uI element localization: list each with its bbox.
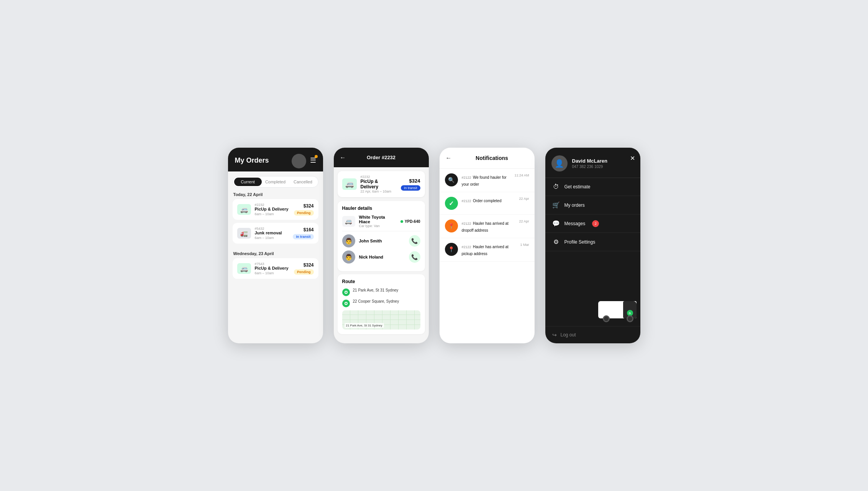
notification-text: #2122 We found hauler for your order — [462, 173, 511, 187]
order-vehicle-icon: 🚛 — [237, 228, 251, 239]
notifications-header: ← Notifications — [440, 148, 535, 169]
driver-row[interactable]: 👨 John Smith 📞 — [342, 234, 420, 247]
notification-time: 1 Mar — [520, 243, 529, 247]
hauler-details-section: Hauler details 🚐 White Toyota Hiace Car … — [338, 201, 425, 271]
my-orders-title: My Orders — [235, 157, 269, 165]
route-section-title: Route — [342, 279, 420, 284]
order-time: 6am – 10am — [255, 212, 290, 216]
screen-my-orders: My Orders ☰ Current Completed Cancelled … — [228, 148, 323, 343]
order-item[interactable]: 🚛 #5432 Junk removal 6am – 10am $164 In … — [233, 223, 318, 244]
driver-avatar: 👨 — [342, 234, 355, 247]
profile-header: 👤 David McLaren 047 382 236 1029 ✕ — [545, 148, 640, 178]
order-item[interactable]: 🚐 #2232 PicUp & Delivery 6am – 10am $324… — [233, 199, 318, 220]
messages-badge: 2 — [592, 220, 599, 227]
menu-item-label: Messages — [564, 221, 586, 226]
menu-item-get-estimate[interactable]: ⏱ Get estimate — [545, 178, 640, 196]
user-info: David McLaren 047 382 236 1029 — [572, 158, 634, 169]
close-button[interactable]: ✕ — [630, 155, 635, 162]
notification-message: Order completed — [473, 199, 501, 203]
notification-item[interactable]: ✓ #2122 Order completed 22 Apr — [440, 192, 535, 215]
order-vehicle-icon: 🚐 — [342, 178, 357, 190]
order-name: PicUp & Delivery — [361, 179, 397, 189]
order-vehicle-icon: 🚐 — [237, 204, 251, 215]
truck-graphic: G — [598, 297, 637, 322]
driver-avatar: 👨 — [342, 250, 355, 264]
order-price-section: $324 Pending — [294, 262, 314, 275]
tab-cancelled[interactable]: Cancelled — [289, 178, 317, 186]
order-number: #7543 — [255, 262, 290, 266]
back-button[interactable]: ← — [446, 155, 452, 161]
menu-item-label: My orders — [564, 203, 585, 208]
back-button[interactable]: ← — [340, 154, 346, 161]
order-time: 6am – 10am — [255, 236, 289, 240]
order-price-col: $324 In transit — [401, 178, 420, 191]
order-price: $324 — [294, 262, 314, 268]
menu-item-my-orders[interactable]: 🛒 My orders — [545, 196, 640, 214]
order-item[interactable]: 🚐 #7543 PicUp & Delivery 6am – 10am $324… — [233, 258, 318, 279]
notification-order: #2122 — [462, 222, 471, 226]
order-name: Junk removal — [255, 231, 289, 235]
order-detail-title: Order #2232 — [367, 155, 395, 160]
menu-item-messages[interactable]: 💬 Messages 2 — [545, 214, 640, 233]
order-summary-card: 🚐 #2232 PicUp & Delivery 22 Apr, 6am – 1… — [338, 171, 425, 197]
logout-button[interactable]: ↪ Log out — [545, 326, 640, 343]
tab-completed[interactable]: Completed — [262, 178, 289, 186]
notification-text: #2122 Order completed — [462, 197, 515, 204]
order-price: $164 — [293, 227, 313, 232]
logout-icon: ↪ — [552, 332, 557, 338]
notification-item[interactable]: 🔍 #2122 We found hauler for your order 1… — [440, 169, 535, 192]
notifications-title: Notifications — [456, 155, 528, 161]
call-button[interactable]: 📞 — [409, 235, 420, 247]
plate-dot — [400, 220, 403, 223]
route-item: 21 Park Ave, St 31 Sydney — [342, 288, 420, 296]
order-time: 6am – 10am — [255, 271, 290, 275]
divider — [342, 231, 420, 231]
user-phone: 047 382 236 1029 — [572, 165, 634, 169]
order-time: 22 Apr, 6am – 10am — [361, 189, 397, 193]
notification-item[interactable]: 📍 #2122 Hauler has arrived at pickup add… — [440, 238, 535, 262]
orders-icon: 🛒 — [552, 201, 560, 209]
call-button[interactable]: 📞 — [409, 251, 420, 263]
notification-time: 22 Apr — [519, 219, 529, 223]
menu-button[interactable]: ☰ — [310, 156, 316, 165]
screen-order-detail: ← Order #2232 🚐 #2232 PicUp & Delivery 2… — [334, 148, 429, 343]
order-info: #5432 Junk removal 6am – 10am — [255, 227, 289, 240]
hauler-section-title: Hauler details — [342, 206, 420, 211]
notification-order: #2122 — [462, 199, 471, 203]
order-status-badge: In transit — [401, 185, 420, 191]
notification-icon: 📍 — [445, 219, 458, 232]
screen-notifications: ← Notifications 🔍 #2122 We found hauler … — [440, 148, 535, 343]
notification-order: #2122 — [462, 176, 471, 180]
messages-icon: 💬 — [552, 220, 560, 227]
menu-item-profile-settings[interactable]: ⚙ Profile Settings — [545, 233, 640, 251]
route-address: 22 Cooper Square, Sydney — [353, 299, 399, 303]
driver-name: John Smith — [359, 239, 405, 243]
notification-order: #2122 — [462, 245, 471, 249]
order-detail-header: ← Order #2232 — [334, 148, 429, 167]
notification-icon: ✓ — [445, 197, 458, 210]
driver-row[interactable]: 👨 Nick Holand 📞 — [342, 250, 420, 264]
plate-number: YPD-640 — [405, 219, 420, 224]
menu-item-label: Profile Settings — [564, 239, 596, 245]
truck-wheel — [627, 315, 633, 322]
order-tabs: Current Completed Cancelled — [233, 176, 318, 188]
route-end-icon — [342, 300, 350, 307]
route-section: Route 21 Park Ave, St 31 Sydney 22 Coope… — [338, 274, 425, 334]
tab-current[interactable]: Current — [234, 178, 262, 186]
order-info: #7543 PicUp & Delivery 6am – 10am — [255, 262, 290, 275]
my-orders-header: My Orders ☰ — [228, 148, 323, 171]
order-price: $324 — [401, 178, 420, 184]
order-name: PicUp & Delivery — [255, 207, 290, 211]
notification-text: #2122 Hauler has arrived at pickup addre… — [462, 243, 517, 257]
order-number: #5432 — [255, 227, 289, 231]
notification-time: 11:24 AM — [514, 173, 529, 177]
notification-icon: 🔍 — [445, 173, 458, 186]
screen-profile-menu: 👤 David McLaren 047 382 236 1029 ✕ ⏱ Get… — [545, 148, 640, 343]
notification-item[interactable]: 📍 #2122 Hauler has arrived at dropoff ad… — [440, 215, 535, 238]
order-badge: In transit — [293, 234, 313, 239]
spacer — [545, 251, 640, 293]
avatar — [292, 154, 306, 168]
route-item: 22 Cooper Square, Sydney — [342, 299, 420, 307]
logout-label: Log out — [561, 332, 576, 338]
order-badge: Pending — [294, 210, 314, 216]
